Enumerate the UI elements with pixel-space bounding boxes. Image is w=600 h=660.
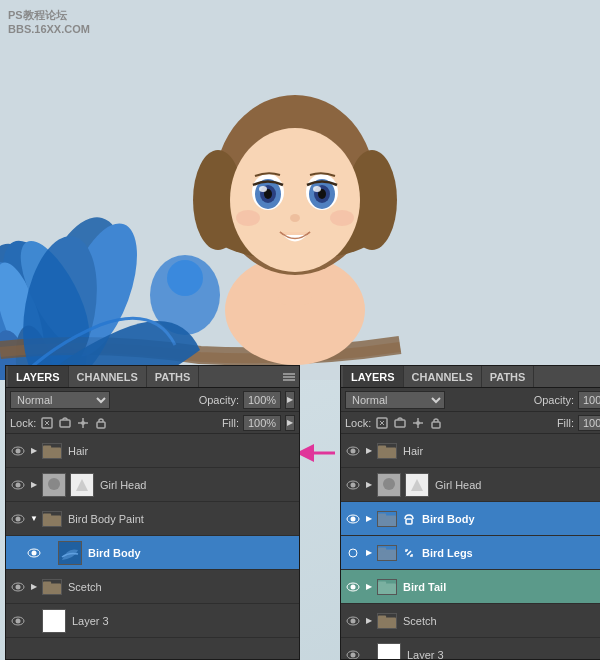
svg-rect-92	[406, 519, 412, 524]
left-blend-select[interactable]: Normal	[10, 391, 110, 409]
left-tab-paths[interactable]: PATHS	[147, 366, 200, 387]
left-layer-birdbody-eye[interactable]	[26, 545, 42, 561]
right-layer-girlhead[interactable]: ▶ Girl Head	[341, 468, 600, 502]
svg-rect-106	[378, 644, 400, 660]
left-layer-scetch-eye[interactable]	[10, 579, 26, 595]
left-layer-birdbody[interactable]: Bird Body	[6, 536, 299, 570]
left-layer-girlhead-expand[interactable]: ▶	[29, 477, 39, 493]
svg-rect-39	[60, 420, 70, 427]
right-layer-scetch-expand[interactable]: ▶	[364, 613, 374, 629]
right-fill-value[interactable]: 100%	[578, 415, 600, 431]
svg-point-93	[349, 549, 357, 557]
left-layer-scetch-thumb	[42, 579, 62, 595]
svg-rect-43	[97, 422, 105, 428]
left-opacity-value[interactable]: 100%	[243, 391, 281, 409]
right-lock-position-icon[interactable]	[411, 416, 425, 430]
left-layer-hair-eye[interactable]	[10, 443, 26, 459]
svg-point-97	[351, 584, 356, 589]
right-layer-birdbody-eye[interactable]	[345, 511, 361, 527]
right-layer-girlhead-mask	[405, 473, 429, 497]
left-tab-layers[interactable]: LAYERS	[8, 366, 69, 387]
right-layer-girlhead-expand[interactable]: ▶	[364, 477, 374, 493]
svg-rect-74	[395, 420, 405, 427]
left-layer-hair[interactable]: ▶ Hair	[6, 434, 299, 468]
right-layer-birdtail[interactable]: ▶ Bird Tail	[341, 570, 600, 604]
svg-point-22	[259, 186, 267, 192]
left-layers-list: ▶ Hair ▶ Girl Head	[6, 434, 299, 659]
left-lock-transparent-icon[interactable]	[40, 416, 54, 430]
right-layer-girlhead-thumb	[377, 473, 401, 497]
left-lock-all-icon[interactable]	[94, 416, 108, 430]
left-layer-birdbodypaint-expand[interactable]: ▼	[29, 511, 39, 527]
right-layer-hair[interactable]: ▶ Hair	[341, 434, 600, 468]
right-layer-layer3-eye[interactable]	[345, 647, 361, 660]
left-layer-scetch-expand[interactable]: ▶	[29, 579, 39, 595]
left-layer-birdbodypaint-thumb	[42, 511, 62, 527]
left-tab-channels[interactable]: CHANNELS	[69, 366, 147, 387]
left-layer-girlhead-name: Girl Head	[100, 479, 295, 491]
right-opacity-label: Opacity:	[534, 394, 574, 406]
left-layer-scetch[interactable]: ▶ Scetch	[6, 570, 299, 604]
right-lock-transparent-icon[interactable]	[375, 416, 389, 430]
right-tab-paths[interactable]: PATHS	[482, 366, 535, 387]
svg-rect-95	[378, 547, 386, 551]
left-layer-birdbodypaint[interactable]: ▼ Bird Body Paint	[6, 502, 299, 536]
right-layer-birdlegs[interactable]: ▶ Bird Legs	[341, 536, 600, 570]
right-layer-birdlegs-expand[interactable]: ▶	[364, 545, 374, 561]
right-tab-channels[interactable]: CHANNELS	[404, 366, 482, 387]
left-layer-girlhead[interactable]: ▶ Girl Head	[6, 468, 299, 502]
svg-rect-78	[432, 422, 440, 428]
left-lock-position-icon[interactable]	[76, 416, 90, 430]
right-blend-select[interactable]: Normal	[345, 391, 445, 409]
left-opacity-arrow[interactable]: ▶	[285, 391, 295, 409]
svg-point-32	[167, 260, 203, 296]
right-layer-hair-expand[interactable]: ▶	[364, 443, 374, 459]
right-layer-layer3[interactable]: Layer 3	[341, 638, 600, 659]
right-layer-birdbody[interactable]: ▶ Bird Body	[341, 502, 600, 536]
left-fill-value[interactable]: 100%	[243, 415, 281, 431]
svg-rect-91	[378, 513, 386, 517]
left-layer-girlhead-thumb	[42, 473, 66, 497]
right-layer-birdtail-expand[interactable]: ▶	[364, 579, 374, 595]
left-fill-arrow[interactable]: ▶	[285, 415, 295, 431]
right-layer-hair-eye[interactable]	[345, 443, 361, 459]
right-layer-birdtail-eye[interactable]	[345, 579, 361, 595]
right-layer-birdbody-thumb	[377, 511, 397, 527]
right-layer-girlhead-eye[interactable]	[345, 477, 361, 493]
right-layer-hair-thumb	[377, 443, 397, 459]
right-layer-layer3-name: Layer 3	[407, 649, 600, 660]
left-panel-menu-icon[interactable]	[281, 369, 297, 385]
left-layer-layer3-name: Layer 3	[72, 615, 295, 627]
left-layer-layer3-eye[interactable]	[10, 613, 26, 629]
left-layer-layer3-thumb	[42, 609, 66, 633]
right-layer-panel: LAYERS CHANNELS PATHS Normal Opacity: 10…	[340, 365, 600, 660]
left-layer-scetch-name: Scetch	[68, 581, 295, 593]
svg-point-29	[236, 210, 260, 226]
left-lock-label: Lock:	[10, 417, 36, 429]
svg-rect-63	[43, 581, 51, 585]
left-layer-birdbodypaint-name: Bird Body Paint	[68, 513, 295, 525]
right-layer-scetch-eye[interactable]	[345, 613, 361, 629]
left-opacity-label: Opacity:	[199, 394, 239, 406]
left-layer-layer3[interactable]: Layer 3	[6, 604, 299, 638]
right-opacity-value[interactable]: 100%	[578, 391, 600, 409]
right-tab-layers[interactable]: LAYERS	[343, 366, 404, 387]
left-lock-image-icon[interactable]	[58, 416, 72, 430]
svg-point-77	[416, 421, 420, 425]
right-layer-birdlegs-eye[interactable]	[345, 545, 361, 561]
right-layer-scetch-thumb	[377, 613, 397, 629]
svg-rect-66	[43, 610, 65, 632]
left-layer-girlhead-eye[interactable]	[10, 477, 26, 493]
right-layer-scetch[interactable]: ▶ Scetch	[341, 604, 600, 638]
right-panel-tabs: LAYERS CHANNELS PATHS	[341, 366, 600, 388]
svg-point-89	[351, 516, 356, 521]
right-lock-image-icon[interactable]	[393, 416, 407, 430]
right-lock-all-icon[interactable]	[429, 416, 443, 430]
svg-point-101	[351, 618, 356, 623]
right-layer-birdtail-thumb	[377, 579, 397, 595]
left-layer-hair-expand[interactable]: ▶	[29, 443, 39, 459]
right-layer-birdbody-expand[interactable]: ▶	[364, 511, 374, 527]
left-layer-birdbodypaint-eye[interactable]	[10, 511, 26, 527]
right-layer-birdlegs-name: Bird Legs	[422, 547, 600, 559]
svg-point-30	[330, 210, 354, 226]
